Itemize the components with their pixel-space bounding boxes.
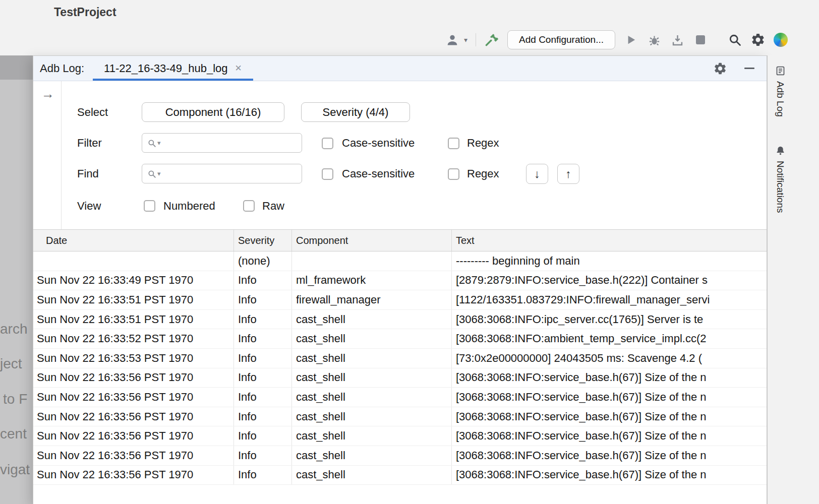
- filter-case-sensitive-label: Case-sensitive: [342, 133, 415, 153]
- numbered-checkbox[interactable]: [144, 200, 155, 212]
- cell-text: [3068:3068:INFO:service_base.h(67)] Size…: [452, 426, 767, 446]
- panel-title: Adb Log:: [40, 62, 84, 75]
- cell-date: Sun Nov 22 16:33:49 PST 1970: [33, 271, 234, 290]
- filter-history-chevron-icon[interactable]: ▾: [157, 139, 161, 147]
- adb-log-header: Adb Log: 11-22_16-33-49_hub_log ✕: [33, 56, 767, 81]
- filter-magnifier-icon: [147, 139, 156, 148]
- column-header-text[interactable]: Text: [452, 230, 767, 251]
- cell-date: Sun Nov 22 16:33:56 PST 1970: [33, 368, 234, 388]
- cell-severity: Info: [234, 466, 292, 485]
- cell-date: Sun Nov 22 16:33:51 PST 1970: [33, 310, 234, 329]
- cell-severity: Info: [234, 310, 292, 329]
- run-icon[interactable]: [623, 32, 638, 47]
- search-icon[interactable]: [727, 32, 742, 47]
- log-table-header: Date Severity Component Text: [33, 230, 767, 251]
- settings-gear-icon[interactable]: [750, 32, 766, 47]
- cell-text: [3068:3068:INFO:service_base.h(67)] Size…: [452, 388, 767, 407]
- cell-severity: Info: [234, 329, 292, 348]
- stripe-item-adb-log[interactable]: Adb Log: [770, 66, 791, 117]
- cell-severity: Info: [234, 426, 292, 446]
- filter-regex-checkbox[interactable]: [448, 138, 459, 149]
- table-row[interactable]: Sun Nov 22 16:33:53 PST 1970 Info cast_s…: [33, 349, 767, 368]
- user-chevron-icon[interactable]: ▾: [464, 36, 467, 44]
- tab-close-icon[interactable]: ✕: [235, 63, 242, 74]
- collapse-arrow-icon[interactable]: →: [41, 86, 54, 102]
- cell-severity: Info: [234, 407, 292, 426]
- raw-checkbox[interactable]: [243, 200, 255, 212]
- cell-component: [292, 251, 452, 271]
- table-row[interactable]: Sun Nov 22 16:33:51 PST 1970 Info cast_s…: [33, 310, 767, 330]
- table-row[interactable]: Sun Nov 22 16:33:52 PST 1970 Info cast_s…: [33, 329, 767, 349]
- find-search-box[interactable]: ▾: [142, 164, 302, 183]
- bg-text-fragment: cent: [0, 426, 27, 442]
- window-title: TestProject: [54, 6, 116, 19]
- bg-text-fragment: ject: [0, 356, 22, 372]
- find-previous-button[interactable]: ↑: [557, 164, 579, 184]
- cell-text: [3068:3068:INFO:service_base.h(67)] Size…: [452, 466, 767, 485]
- cell-date: Sun Nov 22 16:33:56 PST 1970: [33, 426, 234, 446]
- raw-label: Raw: [262, 196, 284, 216]
- column-header-severity[interactable]: Severity: [234, 230, 292, 251]
- adb-log-icon: [775, 66, 786, 76]
- app-logo-icon[interactable]: [774, 33, 788, 47]
- filter-regex-label: Regex: [467, 133, 499, 153]
- table-row[interactable]: Sun Nov 22 16:33:56 PST 1970 Info cast_s…: [33, 446, 767, 466]
- build-hammer-icon[interactable]: [484, 32, 499, 47]
- component-filter-button[interactable]: Component (16/16): [142, 102, 284, 122]
- cell-component: cast_shell: [292, 329, 452, 348]
- table-row[interactable]: Sun Nov 22 16:33:51 PST 1970 Info firewa…: [33, 290, 767, 310]
- column-header-component[interactable]: Component: [292, 230, 452, 251]
- cell-text: [1122/163351.083729:INFO:firewall_manage…: [452, 290, 767, 309]
- numbered-label: Numbered: [163, 196, 215, 216]
- find-input[interactable]: [162, 164, 302, 183]
- debug-icon[interactable]: [647, 32, 662, 47]
- cell-text: [3068:3068:INFO:ipc_server.cc(1765)] Ser…: [452, 310, 767, 329]
- cell-component: cast_shell: [292, 407, 452, 426]
- cell-component: cast_shell: [292, 388, 452, 407]
- cell-severity: Info: [234, 349, 292, 368]
- table-row[interactable]: (none) --------- beginning of main: [33, 251, 767, 271]
- table-row[interactable]: Sun Nov 22 16:33:56 PST 1970 Info cast_s…: [33, 368, 767, 388]
- attach-debugger-icon[interactable]: [670, 32, 685, 47]
- table-row[interactable]: Sun Nov 22 16:33:49 PST 1970 Info ml_fra…: [33, 271, 767, 291]
- bg-text-fragment: vigat: [0, 462, 30, 478]
- cell-component: cast_shell: [292, 310, 452, 329]
- find-next-button[interactable]: ↓: [526, 164, 548, 184]
- find-history-chevron-icon[interactable]: ▾: [157, 170, 161, 177]
- filter-search-box[interactable]: ▾: [142, 133, 302, 153]
- add-configuration-button[interactable]: Add Configuration...: [507, 30, 615, 49]
- stripe-item-notifications[interactable]: Notifications: [770, 145, 791, 213]
- find-regex-checkbox[interactable]: [448, 168, 459, 180]
- table-row[interactable]: Sun Nov 22 16:33:56 PST 1970 Info cast_s…: [33, 466, 767, 485]
- bg-text-fragment: to F: [3, 391, 27, 407]
- column-header-date[interactable]: Date: [33, 230, 234, 251]
- cell-date: Sun Nov 22 16:33:56 PST 1970: [33, 446, 234, 465]
- find-case-sensitive-checkbox[interactable]: [322, 168, 333, 180]
- cell-severity: Info: [234, 271, 292, 290]
- cell-date: Sun Nov 22 16:33:56 PST 1970: [33, 407, 234, 426]
- cell-component: cast_shell: [292, 426, 452, 446]
- severity-filter-button[interactable]: Severity (4/4): [301, 102, 410, 122]
- log-file-tab[interactable]: 11-22_16-33-49_hub_log ✕: [93, 56, 253, 81]
- cell-severity: Info: [234, 368, 292, 388]
- filter-case-sensitive-checkbox[interactable]: [322, 138, 333, 149]
- cell-severity: Info: [234, 290, 292, 309]
- cell-severity: Info: [234, 446, 292, 465]
- view-label: View: [77, 196, 101, 216]
- notifications-stripe-label: Notifications: [775, 161, 786, 213]
- table-row[interactable]: Sun Nov 22 16:33:56 PST 1970 Info cast_s…: [33, 407, 767, 427]
- user-icon[interactable]: [445, 32, 460, 47]
- find-case-sensitive-label: Case-sensitive: [342, 164, 415, 183]
- cell-date: Sun Nov 22 16:33:52 PST 1970: [33, 329, 234, 348]
- cell-text: [3068:3068:INFO:service_base.h(67)] Size…: [452, 446, 767, 465]
- cell-date: Sun Nov 22 16:33:53 PST 1970: [33, 349, 234, 368]
- stop-icon[interactable]: [693, 32, 708, 47]
- minimize-icon[interactable]: [744, 68, 754, 69]
- table-row[interactable]: Sun Nov 22 16:33:56 PST 1970 Info cast_s…: [33, 388, 767, 407]
- table-row[interactable]: Sun Nov 22 16:33:56 PST 1970 Info cast_s…: [33, 426, 767, 446]
- titlebar: TestProject ▾ Add Configuration...: [0, 0, 819, 55]
- cell-text: --------- beginning of main: [452, 251, 767, 271]
- cell-date: Sun Nov 22 16:33:56 PST 1970: [33, 466, 234, 485]
- filter-input[interactable]: [162, 134, 302, 152]
- panel-settings-gear-icon[interactable]: [713, 61, 727, 76]
